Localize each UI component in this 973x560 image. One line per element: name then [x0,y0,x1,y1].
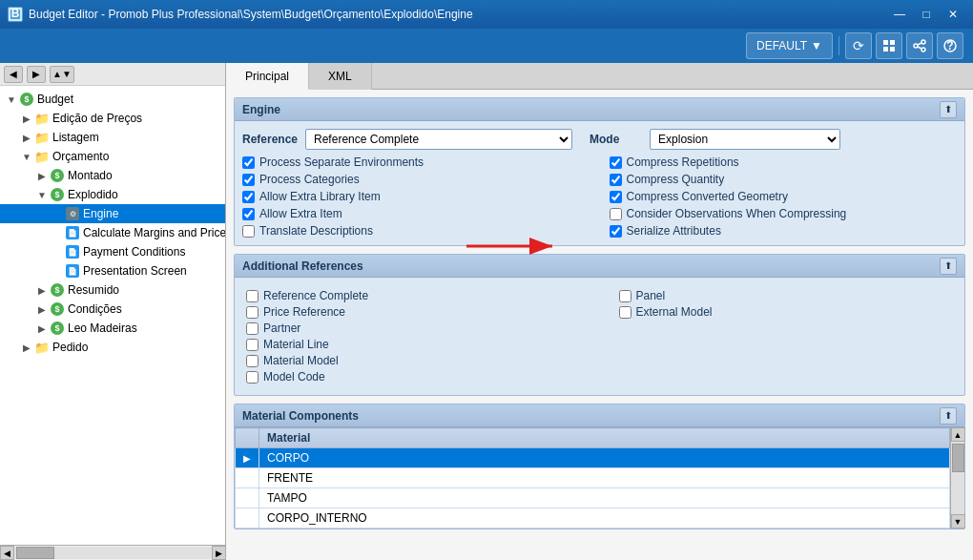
scrollbar-v-thumb[interactable] [952,444,964,472]
sidebar-item-presentation[interactable]: 📄 Presentation Screen [0,261,225,280]
proc-cat-checkbox[interactable] [242,174,255,186]
row-value-cell: FRENTE [259,468,950,488]
sidebar-item-resumido[interactable]: ▶ $ Resumido [0,280,225,300]
ref-complete-checkbox[interactable] [246,290,259,302]
folder-icon: 📁 [34,149,50,164]
material-panel-collapse-button[interactable]: ⬆ [940,407,957,425]
table-row[interactable]: CORPO_INTERNO [236,508,950,529]
scroll-left-button[interactable]: ◀ [0,546,14,560]
additional-refs-collapse-button[interactable]: ⬆ [940,258,957,275]
expand-icon: ▶ [19,111,34,126]
expand-icon [50,263,65,279]
compress-rep-checkbox[interactable] [610,156,622,169]
ref-complete-label: Reference Complete [263,289,368,302]
close-button[interactable]: ✕ [941,4,965,25]
svg-rect-2 [883,40,888,45]
toolbar-separator-1 [838,36,839,55]
table-row[interactable]: ▶ CORPO [236,448,950,468]
sidebar-item-calcmargins[interactable]: 📄 Calculate Margins and Price [0,223,225,242]
mode-select[interactable]: Explosion Simulation [650,129,840,150]
sidebar-item-listagem[interactable]: ▶ 📁 Listagem [0,128,225,147]
model-code-checkbox[interactable] [246,371,259,384]
scroll-up-button[interactable]: ▲ [951,427,965,442]
expand-icon [50,225,65,240]
table-row[interactable]: TAMPO [236,488,950,508]
budget-icon: $ [19,92,34,107]
dollar-icon: $ [50,301,65,317]
sidebar-item-orcamento[interactable]: ▼ 📁 Orçamento [0,147,225,166]
compress-converted-checkbox[interactable] [610,191,622,203]
expand-icon: ▼ [19,149,34,164]
serialize-attr-checkbox[interactable] [610,225,622,238]
row-arrow-cell [236,488,259,508]
grid-button[interactable] [876,32,902,59]
nav-forward-button[interactable]: ▶ [27,66,46,83]
proc-sep-env-checkbox[interactable] [242,156,255,169]
window-title: Budget Editor - Promob Plus Professional… [29,8,473,21]
scroll-right-button[interactable]: ▶ [212,546,226,560]
checkbox-serialize-attr: Serialize Attributes [610,224,958,238]
material-table-wrapper: Material ▶ CORPO FRENTE [235,427,950,529]
sidebar-item-engine[interactable]: ⚙ Engine [0,204,225,223]
panel-checkbox[interactable] [246,306,259,319]
sidebar-item-edicao[interactable]: ▶ 📁 Edição de Preços [0,109,225,128]
sidebar-item-label: Engine [83,207,118,220]
default-label: DEFAULT [756,39,807,52]
allow-extra-item-label: Allow Extra Item [259,207,342,220]
table-row[interactable]: FRENTE [236,468,950,488]
row-value-cell: TAMPO [259,488,950,508]
translate-desc-checkbox[interactable] [242,225,255,238]
additional-refs-col1: Reference Complete Price Reference Partn… [246,289,581,384]
scrollbar-h-thumb[interactable] [16,547,54,559]
material-panel-body: Material ▶ CORPO FRENTE [235,427,964,529]
window-controls: — □ ✕ [887,4,965,25]
sidebar-item-payment[interactable]: 📄 Payment Conditions [0,242,225,261]
sidebar-item-montado[interactable]: ▶ $ Montado [0,166,225,185]
nav-back-button[interactable]: ◀ [4,66,23,83]
sidebar-item-leo[interactable]: ▶ $ Leo Madeiras [0,319,225,338]
allow-extra-lib-label: Allow Extra Library Item [259,190,381,203]
price-ref-checkbox[interactable] [619,290,631,302]
default-dropdown-button[interactable]: DEFAULT ▼ [746,32,833,59]
scroll-down-button[interactable]: ▼ [951,514,965,529]
consider-obs-checkbox[interactable] [610,208,622,220]
expand-icon [50,206,65,221]
sidebar-nav-bar: ◀ ▶ ▲▼ [0,63,225,86]
material-line-checkbox[interactable] [246,339,259,351]
svg-point-6 [921,40,925,44]
compress-qty-checkbox[interactable] [610,174,622,186]
translate-desc-label: Translate Descriptions [259,224,373,238]
engine-panel-collapse-button[interactable]: ⬆ [940,101,957,118]
allow-extra-lib-checkbox[interactable] [242,191,255,203]
ext-model-checkbox[interactable] [619,306,631,319]
material-model-checkbox[interactable] [246,355,259,367]
allow-extra-item-checkbox[interactable] [242,208,255,220]
maximize-button[interactable]: □ [914,4,939,25]
help-button[interactable]: ? [937,32,963,59]
toolbar-right: DEFAULT ▼ ⟳ ? [746,32,963,59]
additional-refs-panel: Additional References ⬆ Reference Comple… [234,254,965,396]
expand-icon: ▶ [34,282,50,298]
nav-up-button[interactable]: ▲▼ [50,66,74,83]
sidebar-item-explodido[interactable]: ▼ $ Explodido [0,185,225,204]
toolbar: DEFAULT ▼ ⟳ ? [0,29,973,63]
svg-line-10 [918,47,921,49]
sidebar-item-budget[interactable]: ▼ $ Budget [0,90,225,109]
svg-rect-4 [883,47,888,52]
tab-principal[interactable]: Principal [226,63,309,90]
proc-cat-label: Process Categories [259,173,360,186]
share-button[interactable] [906,32,933,59]
left-checkboxes: Process Separate Environments Process Ca… [242,156,590,238]
partner-label: Partner [263,321,300,335]
partner-checkbox[interactable] [246,322,259,335]
sidebar-item-label: Resumido [68,283,119,297]
folder-icon: 📁 [34,111,50,126]
engine-panel-header: Engine ⬆ [235,98,964,121]
sidebar-item-condicoes[interactable]: ▶ $ Condições [0,300,225,319]
tab-xml[interactable]: XML [309,63,372,90]
reference-select[interactable]: Reference Complete Price Reference Exter… [305,129,572,150]
additional-refs-title: Additional References [242,259,363,273]
sidebar-item-pedido[interactable]: ▶ 📁 Pedido [0,338,225,357]
refresh-button[interactable]: ⟳ [845,32,872,59]
minimize-button[interactable]: — [887,4,912,25]
